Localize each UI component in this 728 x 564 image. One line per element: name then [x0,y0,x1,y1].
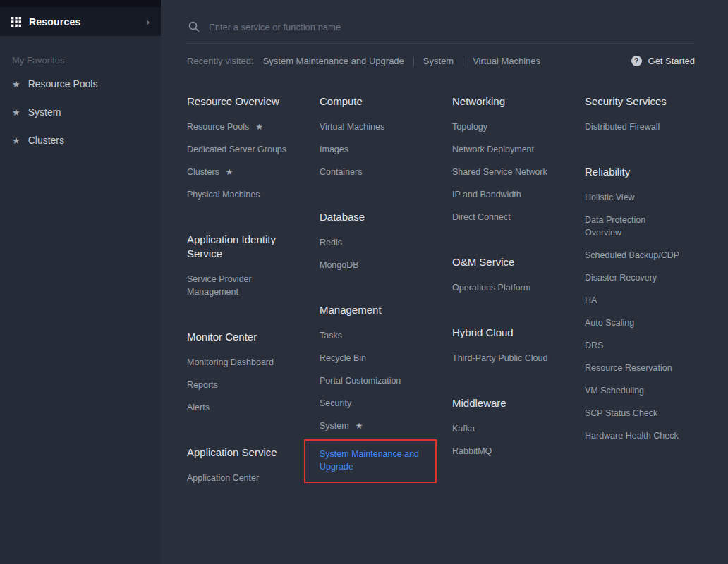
menu-item-tasks[interactable]: Tasks [320,324,426,347]
star-icon: ★ [255,122,263,132]
sidebar-item-resources[interactable]: Resources › [0,7,161,36]
menu-item-shared-service-network[interactable]: Shared Service Network [452,161,559,183]
menu-section-title: Application Identity Service [187,233,293,261]
highlight-red-box: System Maintenance and Upgrade [304,439,437,483]
menu-column: Security ServicesDistributed FirewallRel… [585,94,684,516]
star-icon: ★ [12,79,20,90]
search-input[interactable] [209,22,693,32]
menu-item-operations-platform[interactable]: Operations Platform [452,276,559,299]
menu-column: NetworkingTopologyNetwork DeploymentShar… [452,94,559,516]
menu-section-title: Compute [320,94,426,109]
grid-icon [11,17,21,27]
recent-link-system[interactable]: System [423,56,454,66]
recent-links: System Maintenance and UpgradeSystemVirt… [263,56,540,66]
menu-item-service-provider-management[interactable]: Service Provider Management [187,268,293,303]
sidebar-item-clusters[interactable]: ★Clusters [0,126,161,154]
menu-section-title: Security Services [585,94,684,109]
menu-item-resource-pools[interactable]: Resource Pools★ [187,116,293,138]
menu-item-recycle-bin[interactable]: Recycle Bin [320,347,426,369]
menu-section-resource-overview: Resource OverviewResource Pools★Dedicate… [187,94,293,206]
menu-item-scp-status-check[interactable]: SCP Status Check [585,402,684,424]
menu-item-monitoring-dashboard[interactable]: Monitoring Dashboard [187,351,293,374]
menu-section-monitor-center: Monitor CenterMonitoring DashboardReport… [187,330,293,419]
menu-item-network-deployment[interactable]: Network Deployment [452,138,559,161]
menu-item-kafka[interactable]: Kafka [452,417,559,440]
menu-section-security-services: Security ServicesDistributed Firewall [585,94,684,138]
favorites-list: ★Resource Pools★System★Clusters [0,70,161,154]
sidebar-item-resource-pools[interactable]: ★Resource Pools [0,70,161,98]
menu-item-virtual-machines[interactable]: Virtual Machines [320,116,426,138]
sidebar: Resources › My Favorites ★Resource Pools… [0,0,161,564]
menu-item-mongodb[interactable]: MongoDB [320,254,426,276]
menu-item-system[interactable]: System★ [320,415,426,437]
menu-section-o-m-service: O&M ServiceOperations Platform [452,255,559,299]
star-icon: ★ [356,421,363,431]
menu-item-security[interactable]: Security [320,392,426,415]
search-bar [187,0,695,44]
recent-link-virtual-machines[interactable]: Virtual Machines [473,56,540,66]
divider [413,57,414,66]
main-panel: Recently visited: System Maintenance and… [161,0,728,564]
menu-section-title: Reliability [585,165,684,179]
sidebar-item-system[interactable]: ★System [0,98,161,126]
menu-section-middleware: MiddlewareKafkaRabbitMQ [452,396,559,462]
menu-section-title: Resource Overview [187,94,293,109]
menu-section-compute: ComputeVirtual MachinesImagesContainers [320,94,426,183]
sidebar-top-strip [0,0,161,7]
menu-section-application-identity-service: Application Identity ServiceService Prov… [187,233,293,303]
menu-section-title: Monitor Center [187,330,293,344]
menu-item-ha[interactable]: HA [585,289,684,312]
menu-item-rabbitmq[interactable]: RabbitMQ [452,440,559,462]
sidebar-item-label: Resource Pools [28,78,98,90]
menu-item-auto-scaling[interactable]: Auto Scaling [585,312,684,334]
menu-item-application-center[interactable]: Application Center [187,467,293,489]
menu-item-distributed-firewall[interactable]: Distributed Firewall [585,116,684,138]
menu-item-drs[interactable]: DRS [585,334,684,357]
sidebar-item-label: System [28,106,61,118]
menu-item-topology[interactable]: Topology [452,116,559,138]
menu-item-data-protection-overview[interactable]: Data Protection Overview [585,209,684,244]
get-started-label: Get Started [648,56,695,66]
resources-label: Resources [29,16,80,27]
menu-item-third-party-public-cloud[interactable]: Third-Party Public Cloud [452,347,559,369]
menu-item-alerts[interactable]: Alerts [187,396,293,419]
chevron-right-icon: › [146,16,150,27]
menu-section-reliability: ReliabilityHolistic ViewData Protection … [585,165,684,447]
menu-item-scheduled-backup-cdp[interactable]: Scheduled Backup/CDP [585,244,684,266]
menu-item-direct-connect[interactable]: Direct Connect [452,206,559,228]
menu-section-hybrid-cloud: Hybrid CloudThird-Party Public Cloud [452,326,559,369]
menu-item-holistic-view[interactable]: Holistic View [585,186,684,209]
menu-item-redis[interactable]: Redis [320,231,426,254]
app-window: Resources › My Favorites ★Resource Pools… [0,0,728,564]
search-icon [188,21,200,32]
menu-item-clusters[interactable]: Clusters★ [187,161,293,183]
menu-section-title: Application Service [187,446,293,460]
menu-section-networking: NetworkingTopologyNetwork DeploymentShar… [452,94,559,228]
menu-column: ComputeVirtual MachinesImagesContainersD… [320,94,426,516]
menu-item-images[interactable]: Images [320,138,426,161]
help-icon: ? [631,56,642,66]
menu-column: Resource OverviewResource Pools★Dedicate… [187,94,293,516]
menu-section-title: Hybrid Cloud [452,326,559,340]
menu-item-resource-reservation[interactable]: Resource Reservation [585,357,684,379]
menu-section-database: DatabaseRedisMongoDB [320,210,426,276]
menu-item-system-maintenance-and-upgrade[interactable]: System Maintenance and Upgrade [320,443,423,477]
star-icon: ★ [12,135,20,146]
get-started-button[interactable]: ? Get Started [631,56,695,66]
sidebar-item-label: Clusters [28,135,64,146]
menu-item-portal-customization[interactable]: Portal Customization [320,369,426,392]
menu-item-disaster-recovery[interactable]: Disaster Recovery [585,266,684,289]
menu-item-ip-and-bandwidth[interactable]: IP and Bandwidth [452,183,559,206]
menu-section-title: Middleware [452,396,559,410]
menu-item-physical-machines[interactable]: Physical Machines [187,183,293,206]
divider [463,57,463,66]
recent-link-system-maintenance-and-upgrade[interactable]: System Maintenance and Upgrade [263,56,404,66]
menu-item-dedicated-server-groups[interactable]: Dedicated Server Groups [187,138,293,161]
menu-section-title: Management [320,303,426,317]
menu-item-vm-scheduling[interactable]: VM Scheduling [585,379,684,402]
menu-item-reports[interactable]: Reports [187,374,293,396]
menu-item-hardware-health-check[interactable]: Hardware Health Check [585,424,684,447]
menu-section-title: O&M Service [452,255,559,269]
menu-item-containers[interactable]: Containers [320,161,426,183]
recently-visited-label: Recently visited: [187,56,254,66]
